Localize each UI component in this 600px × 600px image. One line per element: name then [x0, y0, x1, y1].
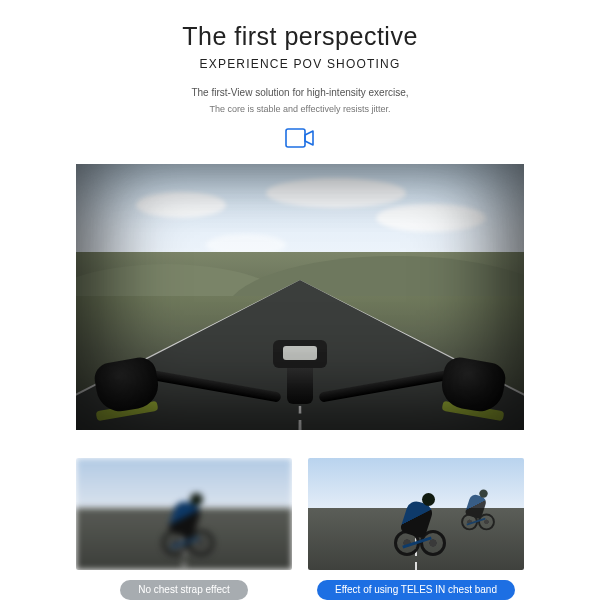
product-feature-panel: The first perspective EXPERIENCE POV SHO…: [0, 0, 600, 600]
comparison-row: No chest strap effect: [76, 458, 524, 600]
comparison-card-with: Effect of using TELES IN chest band: [308, 458, 524, 600]
subheadline: EXPERIENCE POV SHOOTING: [182, 57, 418, 71]
thumb-with-strap: [308, 458, 524, 570]
label-with-strap: Effect of using TELES IN chest band: [317, 580, 515, 600]
label-no-strap: No chest strap effect: [120, 580, 248, 600]
video-camera-icon: [285, 128, 315, 148]
comparison-card-without: No chest strap effect: [76, 458, 292, 600]
description-line-1: The first-View solution for high-intensi…: [182, 87, 418, 98]
header: The first perspective EXPERIENCE POV SHO…: [182, 0, 418, 114]
pov-hero-image: [76, 164, 524, 430]
headline: The first perspective: [182, 22, 418, 51]
handlebars: [76, 334, 524, 430]
thumb-no-strap: [76, 458, 292, 570]
description-line-2: The core is stable and effectively resis…: [182, 104, 418, 114]
svg-rect-0: [286, 129, 305, 147]
camera-mount: [273, 340, 327, 368]
